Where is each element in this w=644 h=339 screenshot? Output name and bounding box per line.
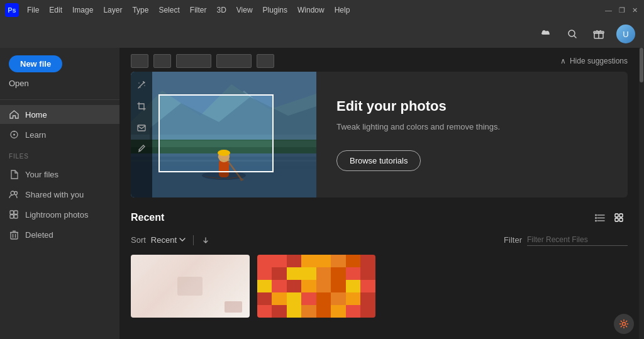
menu-view[interactable]: View xyxy=(232,4,257,16)
grid-view-button[interactable] xyxy=(610,209,628,226)
menu-edit[interactable]: Edit xyxy=(45,4,67,16)
envelope-tool-icon[interactable] xyxy=(136,122,147,133)
shared-icon xyxy=(9,189,19,199)
gift-icon[interactable] xyxy=(590,25,608,43)
new-file-button[interactable]: New file xyxy=(9,55,62,72)
recent-section: Recent xyxy=(119,209,639,318)
svg-point-6 xyxy=(13,134,15,136)
template-thumb-3[interactable] xyxy=(176,54,211,68)
sidebar-item-your-files[interactable]: Your files xyxy=(0,165,119,184)
svg-rect-44 xyxy=(615,214,618,217)
sidebar-top: New file Open xyxy=(0,55,119,97)
template-thumbnails xyxy=(131,54,274,68)
menu-file[interactable]: File xyxy=(23,4,43,16)
file-thumb-1[interactable] xyxy=(131,255,250,318)
sidebar-item-deleted[interactable]: Deleted xyxy=(0,225,119,244)
file-thumb-2[interactable] xyxy=(257,255,376,318)
sidebar: New file Open Home xyxy=(0,48,119,339)
lightroom-icon xyxy=(9,209,19,220)
menu-plugins[interactable]: Plugins xyxy=(258,4,292,16)
hero-title: Edit your photos xyxy=(336,98,608,114)
svg-line-1 xyxy=(574,36,576,38)
svg-rect-14 xyxy=(11,232,18,239)
svg-point-33 xyxy=(143,81,144,82)
svg-rect-11 xyxy=(14,211,18,214)
menu-filter[interactable]: Filter xyxy=(186,4,211,16)
scrollbar-thumb[interactable] xyxy=(640,48,643,82)
hero-image xyxy=(131,72,316,197)
brush-tool-icon[interactable] xyxy=(136,143,147,155)
menu-type[interactable]: Type xyxy=(128,4,153,16)
sidebar-item-shared-label: Shared with you xyxy=(25,190,84,199)
filter-input[interactable] xyxy=(527,234,628,246)
svg-rect-13 xyxy=(14,215,18,219)
avatar[interactable]: U xyxy=(616,25,635,43)
menu-help[interactable]: Help xyxy=(330,4,355,16)
open-link[interactable]: Open xyxy=(9,77,111,89)
template-thumb-5[interactable] xyxy=(257,54,274,68)
minimize-button[interactable]: — xyxy=(604,6,613,14)
menu-3d[interactable]: 3D xyxy=(212,4,230,16)
sidebar-item-learn[interactable]: Learn xyxy=(0,125,119,144)
sort-direction-button[interactable] xyxy=(201,236,210,245)
svg-point-43 xyxy=(595,220,597,221)
menu-select[interactable]: Select xyxy=(154,4,184,16)
sidebar-divider xyxy=(0,99,119,100)
home-icon xyxy=(9,109,19,119)
menu-window[interactable]: Window xyxy=(293,4,329,16)
sidebar-item-shared[interactable]: Shared with you xyxy=(0,185,119,204)
main-content: ∧ Hide suggestions xyxy=(119,48,639,339)
filter-label: Filter xyxy=(504,235,522,245)
menu-image[interactable]: Image xyxy=(68,4,97,16)
trash-icon xyxy=(9,230,19,240)
maximize-button[interactable]: ❐ xyxy=(618,6,626,14)
recent-toolbar: Sort Recent Filter xyxy=(131,234,628,246)
cloud-icon[interactable] xyxy=(537,25,555,43)
close-button[interactable]: ✕ xyxy=(631,6,639,14)
sidebar-nav: Home Learn xyxy=(0,103,119,147)
sort-dropdown[interactable]: Recent xyxy=(151,235,186,245)
search-icon[interactable] xyxy=(564,25,581,43)
sort-label: Sort xyxy=(131,235,146,245)
sort-area: Sort Recent xyxy=(131,235,210,245)
sidebar-item-lightroom[interactable]: Lightroom photos xyxy=(0,205,119,224)
sidebar-item-deleted-label: Deleted xyxy=(25,230,53,240)
svg-rect-45 xyxy=(619,214,623,217)
svg-point-41 xyxy=(595,214,597,216)
list-view-button[interactable] xyxy=(591,209,609,226)
topbar-right: U xyxy=(537,25,635,43)
template-thumb-4[interactable] xyxy=(216,54,252,68)
topbar: U xyxy=(0,20,644,48)
hide-suggestions-button[interactable]: ∧ Hide suggestions xyxy=(560,57,628,65)
template-thumb-1[interactable] xyxy=(131,54,148,68)
crop-overlay xyxy=(158,94,274,172)
sidebar-item-home-label: Home xyxy=(25,110,47,119)
header-icons-row: ∧ Hide suggestions xyxy=(119,48,639,72)
scrollbar-track[interactable] xyxy=(639,48,644,339)
wand-tool-icon[interactable] xyxy=(136,79,147,91)
hide-suggestions-label: Hide suggestions xyxy=(570,57,628,65)
sort-value: Recent xyxy=(151,235,177,245)
svg-rect-47 xyxy=(619,218,623,221)
toolbar-strip xyxy=(131,72,152,197)
svg-rect-46 xyxy=(615,218,618,221)
svg-point-35 xyxy=(144,85,145,86)
menu-layer[interactable]: Layer xyxy=(99,4,126,16)
svg-point-36 xyxy=(140,87,140,87)
svg-point-48 xyxy=(623,323,626,326)
ps-logo: Ps xyxy=(5,3,19,17)
recent-title: Recent xyxy=(131,212,164,223)
svg-rect-37 xyxy=(138,125,145,131)
title-bar: Ps File Edit Image Layer Type Select Fil… xyxy=(0,0,644,20)
sidebar-item-your-files-label: Your files xyxy=(25,170,58,179)
settings-icon[interactable] xyxy=(614,314,634,334)
title-bar-left: Ps File Edit Image Layer Type Select Fil… xyxy=(5,3,354,17)
crop-tool-icon[interactable] xyxy=(136,101,147,112)
hero-text: Edit your photos Tweak lighting and colo… xyxy=(316,72,628,197)
template-thumb-2[interactable] xyxy=(153,54,171,68)
menu-bar: File Edit Image Layer Type Select Filter… xyxy=(23,4,354,16)
app-body: New file Open Home xyxy=(0,48,644,339)
chevron-up-icon: ∧ xyxy=(560,57,566,65)
sidebar-item-home[interactable]: Home xyxy=(0,105,119,124)
browse-tutorials-button[interactable]: Browse tutorials xyxy=(336,150,421,171)
